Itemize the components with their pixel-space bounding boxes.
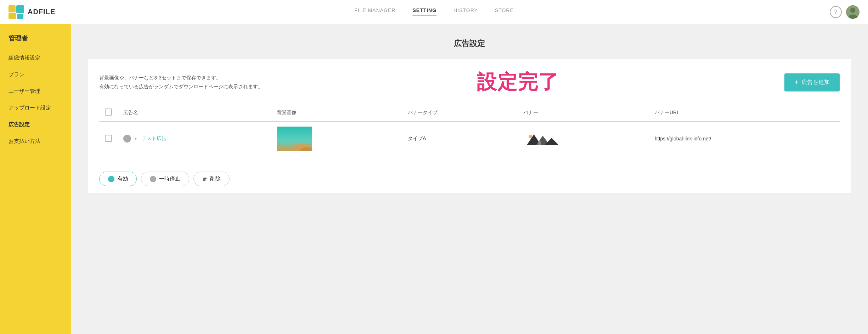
- help-button[interactable]: ?: [830, 6, 842, 18]
- ad-desc-line2: 有効になっている広告がランダムでダウンロードページに表示されます。: [99, 82, 263, 91]
- background-image-thumbnail: [277, 127, 312, 151]
- sidebar-item-upload-settings[interactable]: アップロード設定: [0, 100, 71, 116]
- status-indicator: [123, 135, 131, 143]
- logo-icon: [9, 5, 24, 19]
- pause-dot-icon: [150, 176, 156, 182]
- svg-rect-15: [539, 140, 540, 142]
- svg-point-13: [529, 135, 532, 138]
- sidebar: 管理者 組織情報設定 プラン ユーザー管理 アップロード設定 広告設定 お支払い…: [0, 24, 71, 334]
- sidebar-item-ad-settings[interactable]: 広告設定: [0, 116, 71, 133]
- main-content: 広告設定 背景画像や、バナーなどを3セットまで保存できます。 有効になっている広…: [71, 24, 868, 334]
- row-checkbox-cell: [99, 121, 118, 156]
- row-checkbox[interactable]: [105, 135, 112, 142]
- sidebar-item-user-management[interactable]: ユーザー管理: [0, 83, 71, 100]
- th-ad-name: 広告名: [118, 104, 271, 121]
- th-banner-type: バナータイプ: [402, 104, 518, 121]
- ad-name-link[interactable]: テスト広告: [142, 135, 167, 142]
- ad-complete-text: 設定完了: [477, 69, 559, 96]
- banner-icon-area: [523, 132, 643, 146]
- row-bg-image-cell: [271, 121, 402, 156]
- header-right: ?: [830, 5, 859, 19]
- ad-desc-line1: 背景画像や、バナーなどを3セットまで保存できます。: [99, 73, 263, 82]
- row-banner-url-cell: https://global-link-info.net/: [649, 121, 840, 156]
- delete-label: 削除: [210, 176, 221, 182]
- ad-description: 背景画像や、バナーなどを3セットまで保存できます。 有効になっている広告がランダ…: [99, 73, 263, 91]
- table-row: ▾ テスト広告: [99, 121, 840, 156]
- logo-area: ADFILE: [9, 5, 72, 19]
- delete-button[interactable]: 🗑 削除: [193, 172, 230, 186]
- ad-table: 広告名 背景画像 バナータイプ バナー バナーURL: [99, 104, 840, 156]
- help-icon: ?: [834, 9, 838, 15]
- sidebar-item-payment[interactable]: お支払い方法: [0, 133, 71, 150]
- svg-rect-1: [16, 5, 24, 13]
- sidebar-item-org-settings[interactable]: 組織情報設定: [0, 50, 71, 66]
- tab-file-manager[interactable]: FILE MANAGER: [354, 7, 395, 16]
- svg-point-5: [850, 8, 855, 13]
- row-banner-cell: [518, 121, 649, 156]
- tab-store[interactable]: STORE: [495, 7, 514, 16]
- th-banner-url: バナーURL: [649, 104, 840, 121]
- plus-icon: +: [794, 78, 799, 87]
- active-dot-icon: [108, 176, 114, 182]
- sidebar-item-plan[interactable]: プラン: [0, 66, 71, 83]
- add-ad-button[interactable]: + 広告を追加: [784, 73, 840, 91]
- chevron-down-icon[interactable]: ▾: [135, 136, 137, 141]
- table-header: 広告名 背景画像 バナータイプ バナー バナーURL: [99, 104, 840, 121]
- svg-rect-3: [17, 14, 23, 19]
- tab-setting[interactable]: SETTING: [412, 7, 436, 16]
- trash-icon: 🗑: [202, 176, 207, 182]
- pause-button[interactable]: 一時停止: [141, 172, 189, 186]
- svg-rect-2: [9, 13, 16, 19]
- select-all-checkbox[interactable]: [105, 108, 112, 116]
- th-background-image: 背景画像: [271, 104, 402, 121]
- avatar[interactable]: [846, 5, 859, 19]
- ad-card-header: 背景画像や、バナーなどを3セットまで保存できます。 有効になっている広告がランダ…: [88, 59, 851, 165]
- bottom-actions: 有効 一時停止 🗑 削除: [88, 165, 851, 193]
- svg-rect-0: [9, 5, 16, 12]
- ad-settings-card: 背景画像や、バナーなどを3セットまで保存できます。 有効になっている広告がランダ…: [88, 59, 851, 193]
- layout: 管理者 組織情報設定 プラン ユーザー管理 アップロード設定 広告設定 お支払い…: [0, 24, 868, 334]
- pause-label: 一時停止: [159, 176, 180, 182]
- page-title: 広告設定: [88, 38, 851, 49]
- tab-history[interactable]: HISTORY: [453, 7, 478, 16]
- row-banner-type-cell: タイプA: [402, 121, 518, 156]
- th-banner: バナー: [518, 104, 649, 121]
- activate-label: 有効: [117, 176, 128, 182]
- add-ad-label: 広告を追加: [801, 79, 830, 86]
- main-nav: FILE MANAGER SETTING HISTORY STORE: [354, 7, 514, 16]
- activate-button[interactable]: 有効: [99, 172, 137, 186]
- sidebar-section-title: 管理者: [0, 34, 71, 50]
- logo-text: ADFILE: [28, 8, 55, 16]
- th-checkbox: [99, 104, 118, 121]
- header: ADFILE FILE MANAGER SETTING HISTORY STOR…: [0, 0, 868, 24]
- ad-card-top: 背景画像や、バナーなどを3セットまで保存できます。 有効になっている広告がランダ…: [99, 69, 840, 96]
- table-body: ▾ テスト広告: [99, 121, 840, 156]
- row-ad-name-cell: ▾ テスト広告: [118, 121, 271, 156]
